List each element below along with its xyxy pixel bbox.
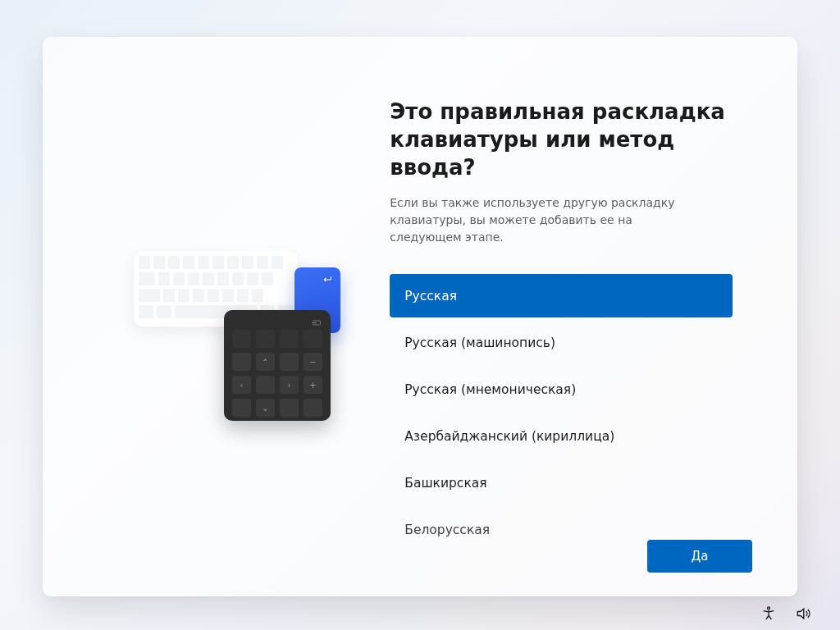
content-pane: Это правильная раскладка клавиатуры или … [390, 38, 797, 596]
dialog-footer: Да [647, 540, 752, 573]
page-subtitle: Если вы также используете другую расклад… [390, 194, 701, 246]
svg-point-1 [768, 607, 770, 609]
layout-option[interactable]: Русская (мнемоническая) [390, 368, 733, 411]
system-tray [760, 605, 811, 622]
layout-label: Белорусская [404, 523, 490, 537]
layout-option[interactable]: Русская [390, 274, 733, 317]
accessibility-icon[interactable] [760, 605, 777, 622]
layout-label: Русская (машинопись) [404, 336, 555, 350]
layout-option[interactable]: Русская (машинопись) [390, 321, 733, 364]
layout-label: Башкирская [404, 476, 486, 491]
yes-button[interactable]: Да [647, 540, 752, 573]
layout-label: Русская [404, 289, 457, 304]
keyboard-illustration: ⌃− ‹›+ ⌄ [134, 251, 380, 440]
page-title: Это правильная раскладка клавиатуры или … [390, 98, 757, 181]
keyboard-layout-list: Русская Русская (машинопись) Русская (мн… [390, 274, 733, 555]
layout-option[interactable]: Башкирская [390, 461, 733, 504]
layout-label: Азербайджанский (кириллица) [404, 429, 614, 444]
layout-label: Русская (мнемоническая) [404, 382, 576, 397]
numpad-dark-icon: ⌃− ‹›+ ⌄ [224, 310, 331, 421]
oobe-dialog: ⌃− ‹›+ ⌄ Это правильная раскладка клавиа… [43, 37, 797, 596]
volume-icon[interactable] [795, 605, 811, 622]
illustration-pane: ⌃− ‹›+ ⌄ [43, 38, 390, 596]
layout-option[interactable]: Азербайджанский (кириллица) [390, 414, 733, 458]
